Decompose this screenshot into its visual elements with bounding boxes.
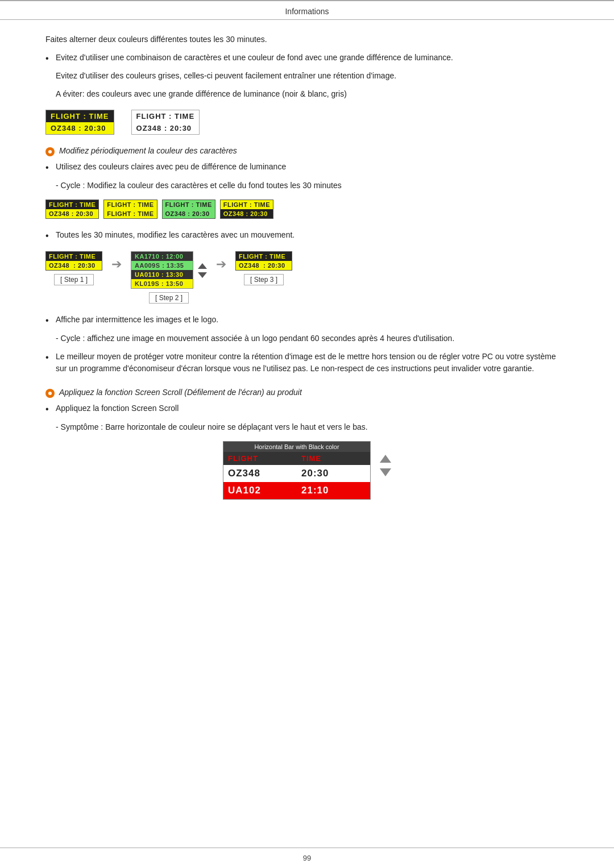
indent-6: - Symptôme : Barre horizontale de couleu…: [56, 421, 569, 434]
step-3-col: FLIGHT : TIME OZ348 : 20:30 [ Step 3 ]: [235, 251, 292, 285]
bullet-6: • Appliquez la fonction Screen Scroll: [45, 402, 569, 417]
content-area: Faites alterner deux couleurs différente…: [0, 34, 614, 842]
step-2-row-3: UA0110 : 13:30: [131, 270, 193, 279]
step-3-data: OZ348 : 20:30: [236, 261, 292, 270]
spacer-1: [45, 380, 569, 388]
intro-text: Faites alterner deux couleurs différente…: [45, 34, 569, 46]
orange-circle-inner-2: [48, 392, 52, 395]
indent-1a: Evitez d'utiliser des couleurs grises, c…: [56, 70, 569, 82]
orange-circle-1: [45, 147, 55, 156]
four-box-1-header: FLIGHT : TIME: [46, 200, 98, 209]
demo-boxes-row: FLIGHT : TIME OZ348 : 20:30 FLIGHT : TIM…: [45, 110, 569, 135]
bullet-6-text: Appliquez la fonction Screen Scroll: [56, 402, 569, 415]
fb-row-1: OZ348 20:30: [223, 465, 370, 482]
step-2-row-4: KL019S : 13:50: [131, 279, 193, 288]
indent-2: - Cycle : Modifiez la couleur des caract…: [56, 180, 569, 192]
arrow-1: ➔: [111, 251, 122, 272]
bullet-4-text: Affiche par intermittence les images et …: [56, 314, 569, 326]
step-2-row-2: AA009S : 13:35: [131, 261, 193, 270]
bullet-2-text: Utilisez des couleurs claires avec peu d…: [56, 161, 569, 173]
fb-row-2: UA102 21:10: [223, 482, 370, 499]
page-header: Informations: [0, 1, 614, 20]
four-box-3: FLIGHT : TIME OZ348 : 20:30: [162, 200, 215, 219]
fb-header: Horizontal Bar with Black color: [223, 442, 370, 452]
fb-row-2-flight: UA102: [223, 482, 297, 499]
step-1-header: FLIGHT : TIME: [46, 252, 102, 261]
indent-1b-text: A éviter: des couleurs avec une grande d…: [56, 88, 569, 101]
indent-1a-text: Evitez d'utiliser des couleurs grises, c…: [56, 70, 569, 82]
demo-dark-header: FLIGHT : TIME: [46, 110, 114, 122]
fb-col-time: TIME: [297, 452, 370, 465]
flight-board: Horizontal Bar with Black color FLIGHT T…: [223, 441, 371, 500]
orange-bullet-2: Appliquez la fonction Screen Scroll (Déf…: [45, 388, 569, 398]
four-box-4-data: OZ348 : 20:30: [221, 209, 273, 218]
step-1-col: FLIGHT : TIME OZ348 : 20:30 [ Step 1 ]: [45, 251, 102, 285]
indent-2-text: - Cycle : Modifiez la couleur des caract…: [56, 180, 569, 192]
page-number: 99: [303, 854, 311, 862]
demo-box-dark: FLIGHT : TIME OZ348 : 20:30: [45, 110, 114, 135]
step-2-col: KA1710 : 12:00 AA009S : 13:35 UA0110 : 1…: [131, 251, 207, 304]
board-arrows: [380, 441, 391, 476]
four-box-3-header: FLIGHT : TIME: [163, 200, 215, 209]
bullet-4: • Affiche par intermittence les images e…: [45, 314, 569, 328]
vertical-arrows: [198, 262, 207, 278]
step-1-data: OZ348 : 20:30: [46, 261, 102, 270]
four-box-2-data: FLIGHT : TIME: [104, 209, 156, 218]
bullet-dot-1: •: [45, 52, 56, 66]
bullet-5-text: Le meilleur moyen de protéger votre moni…: [56, 351, 569, 375]
step-row: FLIGHT : TIME OZ348 : 20:30 [ Step 1 ] ➔…: [45, 251, 569, 304]
arrow-2: ➔: [216, 251, 226, 272]
orange-circle-2: [45, 389, 55, 398]
step-3-box: FLIGHT : TIME OZ348 : 20:30: [235, 251, 292, 271]
bullet-1: • Evitez d'utiliser une combinaison de c…: [45, 52, 569, 66]
arrow-down-icon: [198, 272, 207, 278]
bullet-dot-4: •: [45, 314, 56, 328]
four-box-4-header: FLIGHT : TIME: [221, 200, 273, 209]
bullet-1-text: Evitez d'utiliser une combinaison de car…: [56, 52, 569, 64]
step-2-content: KA1710 : 12:00 AA009S : 13:35 UA0110 : 1…: [131, 251, 207, 289]
fb-row-1-flight: OZ348: [223, 465, 297, 482]
bullet-5: • Le meilleur moyen de protéger votre mo…: [45, 351, 569, 375]
indent-4-text: - Cycle : affichez une image en mouvemen…: [56, 333, 569, 345]
bullet-3: • Toutes les 30 minutes, modifiez les ca…: [45, 229, 569, 243]
orange-circle-inner-1: [48, 150, 52, 153]
orange-bullet-1: Modifiez périodiquement la couleur des c…: [45, 146, 569, 156]
orange-bullet-2-text: Appliquez la fonction Screen Scroll (Déf…: [59, 388, 302, 397]
step-2-row-1: KA1710 : 12:00: [131, 252, 193, 261]
fb-col-flight: FLIGHT: [223, 452, 297, 465]
arrow-up-icon: [198, 263, 207, 269]
flight-board-wrapper: Horizontal Bar with Black color FLIGHT T…: [45, 441, 569, 500]
board-arrow-up: [380, 455, 391, 463]
demo-light-data: OZ348 : 20:30: [132, 122, 200, 134]
board-arrow-down: [380, 468, 391, 476]
bullet-dot-2: •: [45, 161, 56, 175]
indent-6-text: - Symptôme : Barre horizontale de couleu…: [56, 421, 569, 434]
step-1-label: [ Step 1 ]: [54, 274, 94, 285]
four-box-4: FLIGHT : TIME OZ348 : 20:30: [220, 200, 273, 219]
fb-row-2-time: 21:10: [297, 482, 370, 499]
demo-box-light: FLIGHT : TIME OZ348 : 20:30: [131, 110, 200, 135]
orange-bullet-1-text: Modifiez périodiquement la couleur des c…: [59, 146, 237, 155]
four-box-3-data: OZ348 : 20:30: [163, 209, 215, 218]
step-3-header: FLIGHT : TIME: [236, 252, 292, 261]
step-3-label: [ Step 3 ]: [244, 274, 284, 285]
bullet-3-text: Toutes les 30 minutes, modifiez les cara…: [56, 229, 569, 242]
arrow-right-icon-2: ➔: [216, 257, 226, 272]
page-wrapper: Informations Faites alterner deux couleu…: [0, 0, 614, 868]
demo-dark-data: OZ348 : 20:30: [46, 122, 114, 134]
four-box-2: FLIGHT : TIME FLIGHT : TIME: [103, 200, 157, 219]
step-2-box: KA1710 : 12:00 AA009S : 13:35 UA0110 : 1…: [131, 251, 193, 289]
demo-light-header: FLIGHT : TIME: [132, 110, 200, 122]
indent-1b: A éviter: des couleurs avec une grande d…: [56, 88, 569, 101]
four-boxes-row: FLIGHT : TIME OZ348 : 20:30 FLIGHT : TIM…: [45, 200, 569, 219]
arrow-right-icon: ➔: [111, 257, 122, 272]
four-box-1-data: OZ348 : 20:30: [46, 209, 98, 218]
four-box-1: FLIGHT : TIME OZ348 : 20:30: [45, 200, 99, 219]
bullet-2: • Utilisez des couleurs claires avec peu…: [45, 161, 569, 175]
fb-row-1-time: 20:30: [297, 465, 370, 482]
bullet-dot-3: •: [45, 229, 56, 243]
step-1-box: FLIGHT : TIME OZ348 : 20:30: [45, 251, 102, 271]
step-2-label: [ Step 2 ]: [149, 292, 189, 304]
page-title: Informations: [285, 7, 329, 16]
bullet-dot-6: •: [45, 402, 56, 417]
